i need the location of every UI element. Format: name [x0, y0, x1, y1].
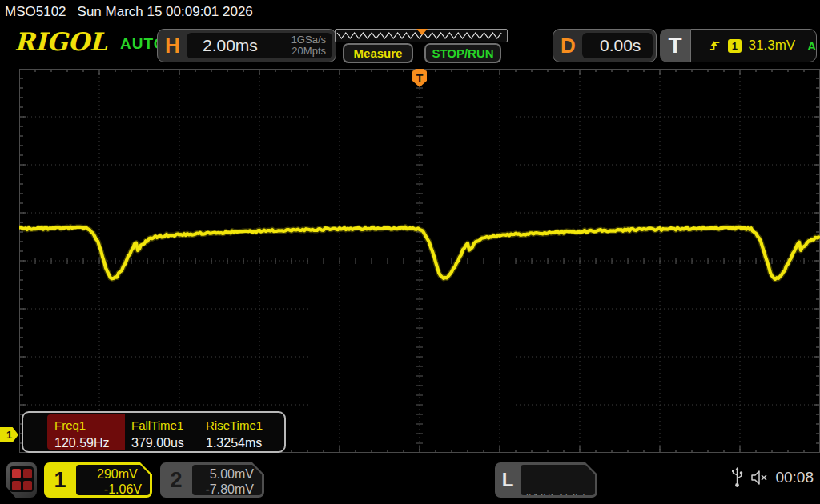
delay-label: D: [561, 34, 576, 58]
sample-rate-info: 1GSa/s 20Mpts: [291, 34, 326, 57]
trigger-control[interactable]: T 1 31.3mV A: [660, 29, 817, 62]
horizontal-label: H: [165, 34, 180, 58]
delay-value: 0.00s: [600, 36, 641, 55]
channel1-tab[interactable]: 1 290mV -1.06V: [44, 462, 152, 498]
usb-icon: [731, 467, 743, 488]
overview-position-marker[interactable]: [416, 29, 428, 35]
measurement-name: RiseTime1: [206, 418, 263, 432]
measurement-value: 379.00us: [131, 436, 184, 450]
measurement-value: 120.59Hz: [54, 436, 110, 450]
delay-inner: 0.00s: [582, 33, 653, 58]
top-status-bar: MSO5102Sun March 15 00:09:01 2026: [0, 0, 820, 24]
header-bar: RIGOL AUTO H 2.00ms 1GSa/s 20Mpts Measur…: [0, 24, 820, 67]
sample-rate: 1GSa/s: [291, 34, 326, 46]
apps-grid-icon: [10, 466, 34, 492]
logic-analyzer-label: L: [495, 462, 521, 498]
measurement-name: FallTime1: [131, 418, 183, 432]
channel1-number: 1: [44, 462, 76, 498]
channel1-values: 290mV -1.06V: [76, 465, 150, 495]
channel1-offset: -1.06V: [81, 482, 142, 497]
channel1-scale: 290mV: [97, 466, 138, 482]
measurement-item-freq1[interactable]: Freq1 120.59Hz: [54, 413, 128, 451]
trigger-label: T: [660, 29, 690, 62]
trigger-edge-icon: [709, 39, 721, 52]
timebase-value: 2.00ms: [203, 36, 258, 55]
waveform-overview-bar[interactable]: [335, 29, 508, 42]
apps-grid-button[interactable]: [6, 462, 37, 498]
channel2-scale: 5.00mV: [210, 466, 254, 482]
delay-control[interactable]: D 0.00s: [553, 29, 657, 62]
runtime-clock: 00:08: [775, 469, 814, 486]
measure-button[interactable]: Measure: [343, 43, 413, 63]
digital-channels-row1: 0 1 2 3 4 5 6 7: [526, 491, 595, 502]
channel2-number: 2: [160, 462, 192, 498]
speaker-muted-icon[interactable]: [750, 470, 769, 486]
model-name: MSO5102: [5, 4, 66, 19]
logic-analyzer-tab[interactable]: L 0 1 2 3 4 5 6 7 8 9 1011 12131415: [495, 462, 597, 498]
memory-depth: 20Mpts: [291, 46, 326, 57]
measurement-item-risetime1[interactable]: RiseTime1 1.3254ms: [206, 413, 283, 451]
measurement-value: 1.3254ms: [206, 436, 262, 450]
trigger-inner: 1 31.3mV A: [690, 29, 817, 62]
measurement-name: Freq1: [54, 418, 86, 432]
digital-channel-list: 0 1 2 3 4 5 6 7 8 9 1011 12131415: [521, 465, 595, 495]
rigol-logo: RIGOL: [14, 27, 107, 56]
status-icons: 00:08: [731, 467, 817, 488]
svg-text:T: T: [416, 72, 424, 85]
horizontal-timebase-control[interactable]: H 2.00ms 1GSa/s 20Mpts: [157, 29, 336, 62]
stop-run-button[interactable]: STOP/RUN: [424, 43, 501, 63]
trigger-source-badge: 1: [728, 39, 741, 53]
measurement-results-panel: Freq1 120.59Hz FallTime1 379.00us RiseTi…: [22, 411, 286, 453]
channel2-offset: -7.80mV: [197, 482, 254, 497]
channel2-tab[interactable]: 2 5.00mV -7.80mV: [160, 462, 264, 498]
scope-graticule-and-trace: T: [19, 69, 820, 453]
channel2-values: 5.00mV -7.80mV: [192, 465, 262, 495]
trigger-level-value: 31.3mV: [749, 38, 796, 54]
horizontal-inner: 2.00ms 1GSa/s 20Mpts: [187, 33, 332, 58]
waveform-display-area: T: [19, 69, 820, 453]
bottom-channel-bar: 1 290mV -1.06V 2 5.00mV -7.80mV L 0 1 2 …: [0, 456, 820, 504]
channel1-position-marker[interactable]: 1: [0, 427, 18, 442]
measurement-item-falltime1[interactable]: FallTime1 379.00us: [131, 413, 203, 451]
datetime: Sun March 15 00:09:01 2026: [78, 4, 253, 19]
trigger-sweep-mode: A: [807, 39, 816, 53]
